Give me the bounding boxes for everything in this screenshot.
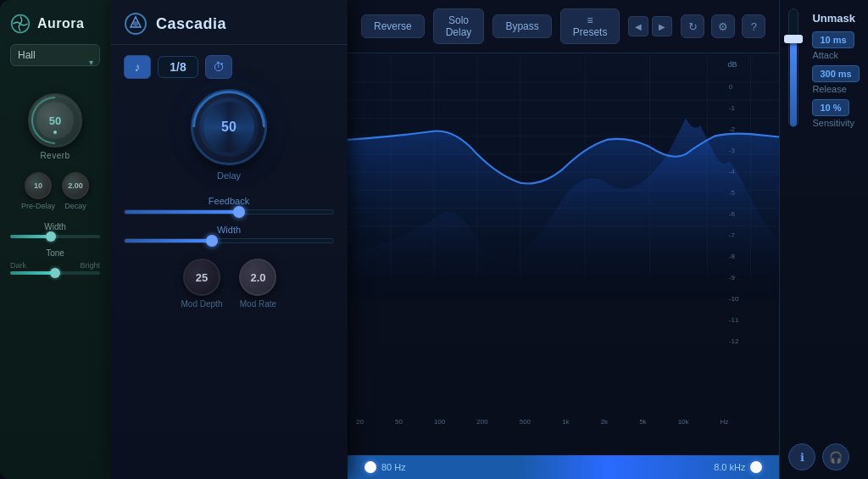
reverb-label: Reverb <box>40 151 70 160</box>
tone-row: Tone Dark Bright <box>10 248 100 275</box>
low-handle-group: 80 Hz <box>364 461 406 473</box>
freq-20: 20 <box>356 418 364 426</box>
solo-delay-button[interactable]: Solo Delay <box>433 8 485 44</box>
delay-knob-container: 50 Delay <box>191 89 267 181</box>
info-icon[interactable]: ℹ <box>788 443 815 471</box>
width-slider-track[interactable] <box>10 235 100 238</box>
main-panel: Reverse Solo Delay Bypass ≡ Presets ◀ ▶ … <box>348 0 779 479</box>
pre-delay-value: 10 <box>34 181 42 190</box>
db-5: -5 <box>729 189 739 197</box>
reverb-knob-container: 50 Reverb <box>28 93 82 160</box>
mod-depth-knob[interactable]: 25 <box>183 259 220 296</box>
delay-label: Delay <box>217 170 241 181</box>
aurora-header: Aurora <box>10 14 100 34</box>
cascadia-controls: ♪ 1/8 ⏱ 50 Delay Feedback <box>110 45 348 479</box>
freq-10k: 10k <box>678 418 689 426</box>
vertical-fader-track[interactable] <box>788 8 798 127</box>
mod-rate-label: Mod Rate <box>240 299 276 309</box>
cascadia-width-fill <box>125 239 212 242</box>
bottom-icons-row: ℹ 🎧 <box>788 437 868 471</box>
tone-label: Tone <box>10 248 100 258</box>
attack-badge: 10 ms <box>812 31 854 48</box>
mod-rate-knob[interactable]: 2.0 <box>239 259 276 296</box>
delay-knob[interactable]: 50 <box>191 89 267 165</box>
right-panel: Unmask 10 ms Attack 300 ms Release 10 % … <box>779 0 868 479</box>
headphone-icon[interactable]: 🎧 <box>822 443 849 471</box>
width-slider-row: Width <box>10 222 100 238</box>
reverse-button[interactable]: Reverse <box>361 14 425 38</box>
bypass-button[interactable]: Bypass <box>492 14 551 38</box>
tone-slider-fill <box>10 271 55 275</box>
reverb-knob[interactable]: 50 <box>28 93 82 148</box>
low-freq-handle[interactable] <box>364 461 376 473</box>
db-10: -10 <box>729 295 739 303</box>
db-scale: 0 -1 -2 -3 -4 -5 -6 -7 -8 -9 -10 -11 -12 <box>729 83 739 345</box>
db-12: -12 <box>729 337 739 345</box>
db-axis-label: dB <box>727 60 737 69</box>
release-badge: 300 ms <box>812 65 859 82</box>
bottom-knobs-row: 25 Mod Depth 2.0 Mod Rate <box>181 259 277 309</box>
next-preset-button[interactable]: ▶ <box>652 16 672 36</box>
mod-rate-container: 2.0 Mod Rate <box>239 259 276 309</box>
ui-container: Aurora Hall Room Plate Chamber 50 Reverb <box>0 0 868 479</box>
sync-free-btn[interactable]: ⏱ <box>205 55 232 79</box>
cascadia-width-track[interactable] <box>124 238 334 243</box>
sensitivity-label: Sensitivity <box>812 118 854 128</box>
pre-delay-container: 10 Pre-Delay <box>21 172 55 210</box>
tone-bright-label: Bright <box>80 261 100 270</box>
nav-arrows: ◀ ▶ <box>628 16 672 36</box>
attack-label: Attack <box>812 50 838 60</box>
db-6: -6 <box>729 210 739 218</box>
eq-curve-svg <box>348 53 779 298</box>
presets-button[interactable]: ≡ Presets <box>560 8 620 44</box>
db-4: -4 <box>729 168 739 175</box>
freq-500: 500 <box>520 418 531 426</box>
aurora-preset-select[interactable]: Hall Room Plate Chamber <box>10 44 100 66</box>
loop-icon[interactable]: ↻ <box>681 14 704 38</box>
unmask-section: Unmask 10 ms Attack 300 ms Release 10 % … <box>805 8 865 136</box>
db-7: -7 <box>729 231 739 239</box>
tone-slider-track[interactable] <box>10 271 100 275</box>
aurora-logo-icon <box>10 14 31 34</box>
feedback-slider-track[interactable] <box>124 209 334 214</box>
freq-1k: 1k <box>562 418 569 426</box>
decay-knob[interactable]: 2.00 <box>62 172 89 199</box>
settings-icon[interactable]: ⚙ <box>711 14 735 38</box>
cascadia-width-label: Width <box>124 225 334 235</box>
fader-thumb[interactable] <box>784 35 803 43</box>
cascadia-panel: Cascadia ♪ 1/8 ⏱ 50 Delay Feedback <box>110 0 348 479</box>
delay-note-display[interactable]: 1/8 <box>158 56 198 78</box>
width-label: Width <box>10 222 100 231</box>
small-knobs-row: 10 Pre-Delay 2.00 Decay <box>21 172 89 210</box>
release-label: Release <box>812 84 846 94</box>
tone-slider-thumb[interactable] <box>50 268 60 278</box>
eq-bottom-bar: 80 Hz 8.0 kHz <box>348 455 779 479</box>
sync-note-icon[interactable]: ♪ <box>124 55 151 79</box>
decay-label: Decay <box>64 202 86 210</box>
high-freq-handle[interactable] <box>750 461 762 473</box>
freq-5k: 5k <box>639 418 646 426</box>
reverb-value: 50 <box>49 114 61 127</box>
width-slider-thumb[interactable] <box>46 231 56 242</box>
high-freq-label: 8.0 kHz <box>714 462 745 472</box>
main-header: Reverse Solo Delay Bypass ≡ Presets ◀ ▶ … <box>348 0 779 53</box>
pre-delay-label: Pre-Delay <box>21 202 55 210</box>
feedback-thumb[interactable] <box>233 206 245 218</box>
cascadia-logo-icon <box>124 12 147 36</box>
unmask-title: Unmask <box>812 12 855 25</box>
mod-depth-label: Mod Depth <box>181 299 223 309</box>
sensitivity-badge: 10 % <box>812 99 849 116</box>
feedback-label: Feedback <box>124 196 334 206</box>
prev-preset-button[interactable]: ◀ <box>628 16 648 36</box>
decay-value: 2.00 <box>68 181 83 190</box>
db-0: 0 <box>729 83 739 91</box>
preset-select-wrapper[interactable]: Hall Room Plate Chamber <box>10 44 100 80</box>
cascadia-width-thumb[interactable] <box>206 235 218 247</box>
freq-hz: Hz <box>721 418 729 426</box>
decay-container: 2.00 Decay <box>62 172 89 210</box>
cascadia-title: Cascadia <box>156 15 226 33</box>
knob-indicator-dot <box>53 131 57 134</box>
db-3: -3 <box>729 147 739 154</box>
pre-delay-knob[interactable]: 10 <box>25 172 52 199</box>
help-icon[interactable]: ? <box>742 14 765 38</box>
